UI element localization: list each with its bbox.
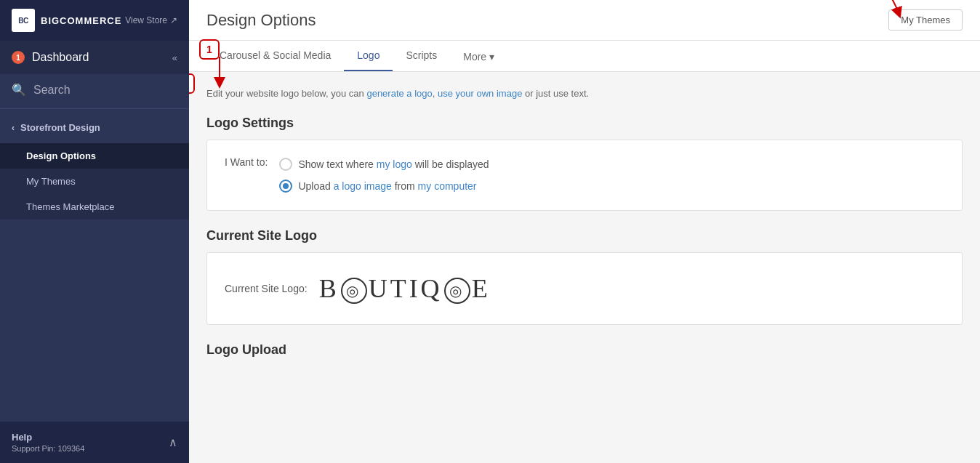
radio-option-upload[interactable]: Upload a logo image from my computer (279, 180, 489, 193)
current-site-logo-card: Current Site Logo: B◎UTIQ◎E (206, 252, 963, 326)
search-label: Search (33, 84, 71, 97)
radio-circle-upload (279, 180, 292, 193)
logo-display: Current Site Logo: B◎UTIQ◎E (225, 267, 944, 310)
current-site-logo-title: Current Site Logo (206, 228, 963, 243)
sidebar: BC BIGCOMMERCE View Store ↗ 1 Dashboard … (0, 0, 189, 463)
chevron-down-icon: ▾ (489, 51, 494, 63)
radio-text-upload: Upload a logo image from my computer (298, 180, 476, 192)
tab-carousel[interactable]: Carousel & Social Media (206, 41, 344, 71)
page-title: Design Options (206, 11, 316, 30)
sidebar-sub-items: Design Options My Themes Themes Marketpl… (0, 143, 189, 220)
sidebar-divider (0, 108, 189, 109)
view-store-label: View Store (125, 15, 167, 25)
generate-logo-link[interactable]: generate a logo (366, 88, 432, 99)
sidebar-item-themes-marketplace[interactable]: Themes Marketplace (0, 194, 189, 220)
chevron-left-icon: ‹ (12, 123, 15, 133)
use-image-link[interactable]: use your own image (438, 88, 522, 99)
themes-area: My Themes 3 (888, 9, 963, 31)
radio-option-text[interactable]: Show text where my logo will be displaye… (279, 158, 489, 171)
sidebar-item-dashboard[interactable]: 1 Dashboard « (0, 41, 189, 74)
radio-group: Show text where my logo will be displaye… (279, 155, 489, 196)
my-themes-button[interactable]: My Themes (888, 9, 963, 31)
sidebar-item-design-options[interactable]: Design Options (0, 143, 189, 169)
logo-settings-card: I Want to: Show text where my logo will … (206, 140, 963, 211)
annotation-1: 1 (199, 39, 220, 60)
logo-upload-title: Logo Upload (206, 342, 963, 358)
external-link-icon: ↗ (170, 15, 177, 25)
sidebar-header: BC BIGCOMMERCE View Store ↗ (0, 0, 189, 41)
support-pin: Support Pin: 109364 (12, 444, 84, 453)
content-area: 2 Edit your website logo below, you can … (189, 72, 980, 463)
sidebar-footer: Help Support Pin: 109364 ∧ (0, 422, 189, 463)
description-text: Edit your website logo below, you can ge… (206, 86, 963, 101)
help-label: Help (12, 432, 84, 443)
tab-scripts[interactable]: Scripts (393, 41, 450, 71)
annotation-2: 2 (189, 73, 195, 94)
sidebar-item-my-themes[interactable]: My Themes (0, 169, 189, 194)
logo-area: BC BIGCOMMERCE (12, 9, 121, 32)
bigcommerce-logo-icon: BC (12, 9, 35, 32)
bigcommerce-logo-text: BIGCOMMERCE (41, 15, 121, 26)
tabs-bar: 1 Carousel & Social Media Logo Scripts M… (189, 41, 980, 72)
notification-badge: 1 (12, 51, 25, 64)
boutique-logo-text: B◎UTIQ◎E (319, 273, 491, 305)
top-bar: Design Options My Themes 3 (189, 0, 980, 41)
collapse-footer-icon[interactable]: ∧ (169, 435, 177, 449)
view-store-link[interactable]: View Store ↗ (125, 15, 177, 25)
search-icon: 🔍 (12, 83, 26, 97)
main-content: Design Options My Themes 3 (189, 0, 980, 463)
tab-logo[interactable]: Logo (344, 41, 393, 71)
current-site-logo-label: Current Site Logo: (225, 283, 308, 294)
i-want-to-label: I Want to: (225, 155, 268, 168)
storefront-design-label: Storefront Design (20, 122, 100, 133)
storefront-design-section[interactable]: ‹ Storefront Design (0, 112, 189, 143)
collapse-icon: « (172, 52, 177, 63)
radio-text-show: Show text where my logo will be displaye… (298, 158, 489, 170)
logo-settings-title: Logo Settings (206, 116, 963, 131)
tab-more[interactable]: More ▾ (450, 42, 507, 71)
radio-circle-text (279, 158, 292, 171)
sidebar-nav: 1 Dashboard « 🔍 Search ‹ Storefront Desi… (0, 41, 189, 422)
sidebar-search-item[interactable]: 🔍 Search (0, 74, 189, 105)
dashboard-label: Dashboard (32, 51, 89, 64)
